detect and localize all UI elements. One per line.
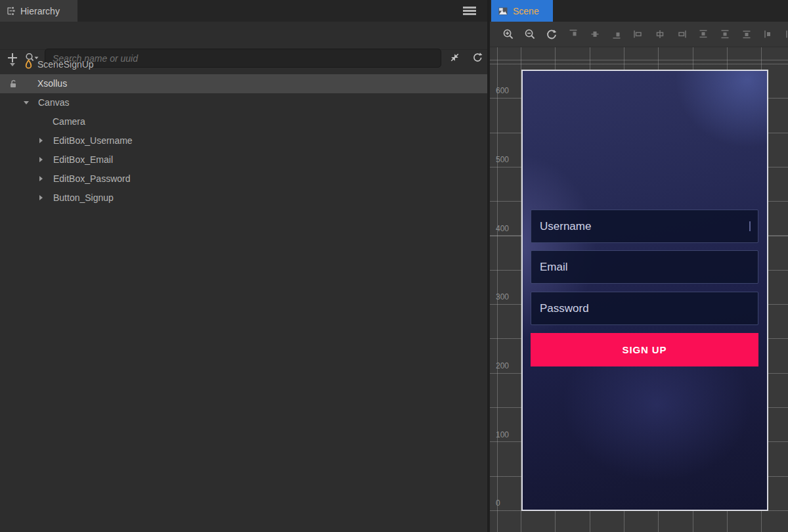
- tree-node-label: EditBox_Email: [53, 150, 113, 169]
- ruler-label: 300: [496, 292, 515, 301]
- align-bottom-icon[interactable]: [611, 28, 623, 40]
- align-right-icon[interactable]: [676, 28, 688, 40]
- expand-arrow-icon[interactable]: [10, 63, 15, 66]
- ruler-label: 600: [496, 86, 515, 95]
- design-canvas: Username Email Password SIGN UP: [521, 70, 768, 511]
- align-horizontal-center-icon[interactable]: [654, 28, 666, 40]
- username-placeholder: Username: [540, 220, 591, 233]
- tree-node-label: EditBox_Password: [53, 169, 131, 188]
- zoom-out-icon[interactable]: [524, 28, 536, 40]
- tree-row-xsollus[interactable]: Xsollus: [0, 74, 487, 93]
- scene-tabbar: Scene: [490, 0, 788, 22]
- ruler-label: 100: [496, 430, 515, 439]
- expand-arrow-icon[interactable]: [24, 101, 29, 104]
- hierarchy-tabbar: Hierarchy: [0, 0, 487, 22]
- distribute-top-icon[interactable]: [697, 28, 709, 40]
- hierarchy-toolbar: [0, 22, 487, 50]
- password-placeholder: Password: [540, 302, 589, 315]
- align-top-icon[interactable]: [567, 28, 579, 40]
- zoom-in-icon[interactable]: [502, 28, 514, 40]
- tree-node-label: Button_Signup: [53, 188, 114, 208]
- collapsed-arrow-icon[interactable]: [39, 157, 43, 162]
- distribute-left-icon[interactable]: [762, 28, 774, 40]
- scene-editbox-password[interactable]: Password: [531, 292, 758, 325]
- distribute-vertical-center-icon[interactable]: [719, 28, 731, 40]
- editbox-cursor-tick: [749, 221, 751, 231]
- collapsed-arrow-icon[interactable]: [39, 176, 43, 181]
- hierarchy-tab-label: Hierarchy: [20, 6, 60, 16]
- tree-row-button-signup[interactable]: Button_Signup: [0, 188, 487, 208]
- tree-node-label: EditBox_Username: [53, 131, 133, 150]
- tree-row-editbox-username[interactable]: EditBox_Username: [0, 131, 487, 150]
- ruler-label: 400: [496, 224, 515, 233]
- scene-image-icon: [498, 6, 508, 16]
- panel-menu-icon[interactable]: [463, 7, 476, 15]
- collapsed-arrow-icon[interactable]: [39, 195, 43, 200]
- scene-tab-label: Scene: [513, 6, 539, 16]
- scene-toolbar: [490, 22, 788, 47]
- email-placeholder: Email: [540, 261, 568, 274]
- tree-node-label: Canvas: [38, 93, 69, 112]
- scene-editbox-email[interactable]: Email: [531, 250, 758, 284]
- signup-button-label: SIGN UP: [623, 344, 667, 355]
- hierarchy-panel: Hierarchy: [0, 0, 487, 532]
- tab-hierarchy[interactable]: Hierarchy: [0, 0, 77, 22]
- ruler-label: 0: [496, 499, 515, 508]
- scene-editbox-username[interactable]: Username: [531, 210, 758, 243]
- scene-viewport[interactable]: 600 500 400 300 200 100 0 Username Email…: [490, 47, 788, 532]
- collapsed-arrow-icon[interactable]: [39, 138, 43, 143]
- tree-row-scenesignup[interactable]: SceneSignUp: [0, 55, 487, 74]
- distribute-horizontal-center-icon[interactable]: [784, 28, 788, 40]
- cocos-flame-icon: [23, 59, 34, 70]
- distribute-bottom-icon[interactable]: [741, 28, 753, 40]
- align-left-icon[interactable]: [632, 28, 644, 40]
- tree-row-canvas[interactable]: Canvas: [0, 93, 487, 112]
- scene-signup-button[interactable]: SIGN UP: [531, 333, 758, 366]
- tree-node-label: Xsollus: [37, 74, 67, 93]
- tree-node-label: Camera: [53, 112, 85, 131]
- reset-view-icon[interactable]: [546, 28, 558, 40]
- tree-row-editbox-password[interactable]: EditBox_Password: [0, 169, 487, 188]
- ruler-label: 200: [496, 361, 515, 370]
- tree-row-camera[interactable]: Camera: [0, 112, 487, 131]
- align-vertical-center-icon[interactable]: [589, 28, 601, 40]
- scene-panel: Scene: [490, 0, 788, 532]
- unlock-icon[interactable]: [9, 79, 18, 89]
- editor-window: Hierarchy: [0, 0, 788, 532]
- hierarchy-tree-icon: [6, 6, 16, 16]
- hierarchy-tree: SceneSignUp Xsollus Canvas Camera: [0, 50, 487, 208]
- tree-node-label: SceneSignUp: [37, 55, 94, 74]
- ruler-label: 500: [496, 155, 515, 164]
- tree-row-editbox-email[interactable]: EditBox_Email: [0, 150, 487, 169]
- tab-scene[interactable]: Scene: [491, 0, 553, 22]
